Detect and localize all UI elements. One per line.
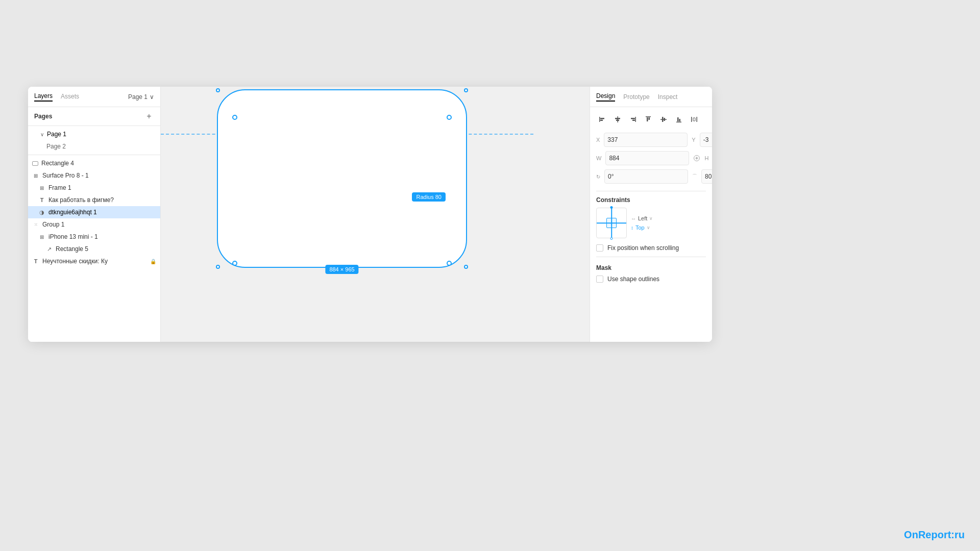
layer-rect5[interactable]: ↗ Rectangle 5 (28, 243, 160, 255)
align-left-button[interactable] (596, 113, 608, 126)
constraint-v-value: Top (635, 224, 645, 231)
page-item-1[interactable]: ∨ Page 1 (28, 128, 160, 140)
tab-layers[interactable]: Layers (34, 92, 53, 102)
page-selector[interactable]: Page 1 ∨ (128, 93, 154, 101)
handle-bottom-right[interactable] (464, 265, 468, 269)
w-label: W (596, 155, 601, 161)
lock-icon: 🔒 (150, 259, 156, 264)
rotation-radius-row: ↻ ⌒ (596, 169, 706, 184)
divider-1 (596, 191, 706, 191)
watermark: OnReport:ru (904, 529, 965, 541)
canvas-element[interactable]: Radius 80 884 × 965 (217, 89, 467, 273)
radius-label-r: ⌒ (692, 173, 697, 180)
constraint-h-chevron: ∨ (649, 216, 653, 221)
handle-top-left[interactable] (216, 88, 220, 92)
right-panel: Design Prototype Inspect (590, 87, 712, 342)
svg-rect-1 (600, 118, 604, 119)
left-panel: Layers Assets Page 1 ∨ Pages + ∨ Page 1 … (28, 87, 161, 342)
svg-rect-11 (649, 117, 650, 120)
rounded-rect[interactable]: Radius 80 (217, 89, 467, 268)
layers-list: Rectangle 4 ⊞ Surface Pro 8 - 1 ⊞ Frame … (28, 155, 160, 342)
tab-design[interactable]: Design (596, 92, 615, 102)
radius-handle-bl[interactable] (232, 261, 237, 266)
constraints-selects: ↔ Left ∨ ↕ Top ∨ (631, 215, 653, 231)
constraint-v-line (611, 208, 612, 238)
svg-rect-6 (635, 117, 636, 122)
right-panel-content: X Y W H ↻ ⌒ (590, 107, 712, 342)
x-y-row: X Y (596, 133, 706, 147)
use-shape-outlines-checkbox[interactable] (596, 276, 603, 283)
align-top-button[interactable] (642, 113, 654, 126)
layer-group1[interactable]: ⁙ Group 1 (28, 218, 160, 231)
svg-rect-7 (631, 118, 635, 119)
constraint-h-select[interactable]: ↔ Left ∨ (631, 215, 653, 221)
radius-handle-tr[interactable] (447, 115, 452, 120)
canvas-area[interactable]: Radius 80 884 × 965 (161, 87, 590, 342)
svg-rect-4 (615, 118, 620, 119)
use-shape-outlines-label: Use shape outlines (607, 276, 659, 283)
layer-text2[interactable]: T Неучтонные скидки: Ку 🔒 (28, 255, 160, 267)
dimension-label: 884 × 965 (325, 265, 358, 274)
handle-bottom-left[interactable] (216, 265, 220, 269)
y-input[interactable] (700, 133, 712, 147)
svg-rect-5 (616, 120, 619, 121)
svg-rect-18 (691, 117, 692, 122)
tab-prototype[interactable]: Prototype (623, 93, 649, 101)
align-center-h-button[interactable] (611, 113, 624, 126)
layer-surface[interactable]: ⊞ Surface Pro 8 - 1 (28, 169, 160, 182)
rotation-input[interactable] (604, 169, 688, 184)
constraint-v-select[interactable]: ↕ Top ∨ (631, 224, 653, 231)
panel-tabs: Layers Assets Page 1 ∨ (28, 87, 160, 107)
tab-assets[interactable]: Assets (61, 93, 79, 101)
pages-label: Pages (34, 113, 52, 120)
group-icon: ⁙ (32, 221, 39, 228)
handle-top-right[interactable] (464, 88, 468, 92)
svg-rect-16 (677, 117, 679, 121)
align-center-v-button[interactable] (657, 113, 670, 126)
constraint-dot-top (610, 206, 613, 209)
layer-dtk[interactable]: ◑ dtknguie6ajhhqt 1 (28, 206, 160, 218)
radius-handle-tl[interactable] (232, 115, 237, 120)
mask-section: Mask Use shape outlines (596, 264, 706, 283)
fix-position-label: Fix position when scrolling (607, 244, 679, 252)
svg-rect-9 (646, 116, 651, 117)
mask-title: Mask (596, 264, 706, 271)
use-shape-outlines-row: Use shape outlines (596, 276, 706, 283)
alignment-row (596, 113, 706, 126)
align-bottom-button[interactable] (673, 113, 685, 126)
constraints-box: + (596, 208, 627, 238)
link-icon[interactable] (693, 153, 700, 163)
layer-rect4[interactable]: Rectangle 4 (28, 157, 160, 169)
pages-list: ∨ Page 1 Page 2 (28, 126, 160, 155)
svg-rect-20 (693, 118, 695, 121)
w-input[interactable] (605, 151, 689, 165)
page-item-2[interactable]: Page 2 (28, 140, 160, 153)
layer-text1[interactable]: T Как работать в фигме? (28, 194, 160, 206)
svg-rect-13 (662, 117, 664, 122)
rect-icon (32, 161, 38, 166)
constraints-title: Constraints (596, 196, 706, 204)
text-icon-2: T (32, 258, 39, 265)
constraint-dot-bottom (610, 237, 613, 240)
layer-iphone[interactable]: ⊞ iPhone 13 mini - 1 (28, 231, 160, 243)
constraints-area: + ↔ Left ∨ ↕ Top ∨ (596, 208, 706, 238)
right-panel-tabs: Design Prototype Inspect (590, 87, 712, 107)
fix-position-checkbox[interactable] (596, 244, 603, 252)
distribute-button[interactable] (688, 113, 700, 126)
constraint-h-icon: ↔ (631, 216, 636, 221)
radius-handle-br[interactable] (447, 261, 452, 266)
fix-position-row: Fix position when scrolling (596, 244, 706, 252)
corner-radius-input[interactable] (701, 169, 712, 184)
layer-frame1[interactable]: ⊞ Frame 1 (28, 182, 160, 194)
divider-2 (596, 257, 706, 257)
add-page-button[interactable]: + (144, 111, 154, 121)
text-icon: T (38, 196, 45, 204)
align-right-button[interactable] (627, 113, 639, 126)
tab-inspect[interactable]: Inspect (658, 93, 678, 101)
app-window: Layers Assets Page 1 ∨ Pages + ∨ Page 1 … (28, 87, 712, 342)
frame-icon-3: ⊞ (38, 233, 45, 240)
y-label: Y (692, 137, 695, 143)
w-h-row: W H (596, 151, 706, 165)
x-input[interactable] (604, 133, 688, 147)
arrow-icon: ↗ (45, 245, 53, 253)
